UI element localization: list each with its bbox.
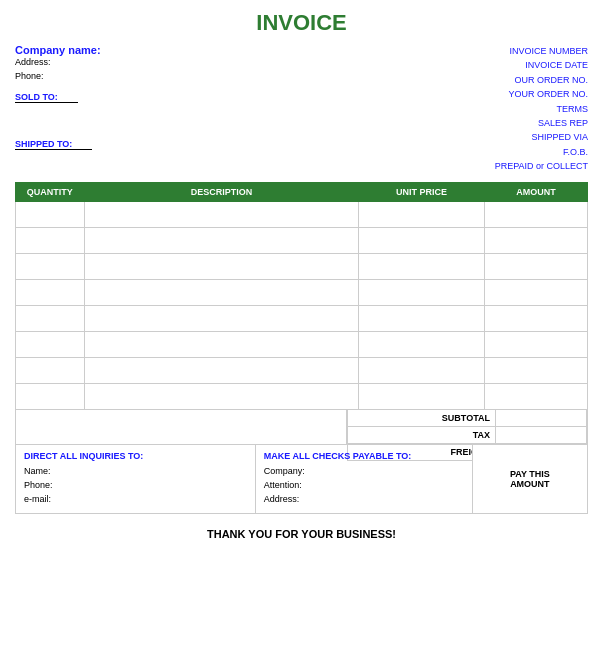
company-name-label: Company name: [15,44,330,56]
table-row [16,357,588,383]
invoice-number-label: INVOICE NUMBER [347,44,588,58]
inquiries-label: DIRECT ALL INQUIRIES TO: [24,451,247,461]
checks-block: MAKE ALL CHECKS PAYABLE TO: Company: Att… [256,445,473,513]
unit-price-header: UNIT PRICE [359,182,485,201]
quantity-cell [16,201,85,227]
subtotal-value [496,410,586,426]
quantity-cell [16,279,85,305]
sales-rep-label: SALES REP [347,116,588,130]
description-cell [84,305,359,331]
invoice-fields-block: INVOICE NUMBER INVOICE DATE OUR ORDER NO… [347,44,588,174]
quantity-cell [16,357,85,383]
quantity-cell [16,331,85,357]
table-row [16,253,588,279]
description-cell [84,383,359,409]
table-header-row: QUANTITY DESCRIPTION UNIT PRICE AMOUNT [16,182,588,201]
checks-label: MAKE ALL CHECKS PAYABLE TO: [264,451,464,461]
subtotal-row: SUBTOTAL [347,410,587,427]
description-cell [84,201,359,227]
quantity-cell [16,253,85,279]
your-order-no-label: YOUR ORDER NO. [347,87,588,101]
quantity-cell [16,305,85,331]
description-cell [84,253,359,279]
sold-to-section: SOLD TO: [15,91,330,133]
quantity-cell [16,383,85,409]
shipped-to-label: SHIPPED TO: [15,139,92,150]
amount-label: AMOUNT [510,479,550,489]
unit-price-cell [359,305,485,331]
table-row [16,201,588,227]
pay-this-label: PAY THIS [510,469,550,479]
inquiries-block: DIRECT ALL INQUIRIES TO: Name: Phone: e-… [16,445,256,513]
company-info-block: Company name: Address: Phone: SOLD TO: S… [15,44,330,174]
invoice-title: INVOICE [15,10,588,36]
table-row [16,331,588,357]
description-cell [84,331,359,357]
amount-cell [485,253,588,279]
thank-you-message: THANK YOU FOR YOUR BUSINESS! [15,522,588,546]
tax-value [496,427,586,443]
quantity-header: QUANTITY [16,182,85,201]
amount-cell [485,279,588,305]
prepaid-collect-label: PREPAID or COLLECT [347,159,588,173]
table-row [16,227,588,253]
unit-price-cell [359,279,485,305]
amount-cell [485,201,588,227]
terms-label: TERMS [347,102,588,116]
unit-price-cell [359,383,485,409]
shipped-via-label: SHIPPED VIA [347,130,588,144]
inquiries-name: Name: [24,464,247,478]
description-cell [84,227,359,253]
checks-attention: Attention: [264,478,464,492]
unit-price-cell [359,253,485,279]
summary-area: SUBTOTAL TAX FREIGHT [347,410,587,444]
description-cell [84,279,359,305]
address-label: Address: [15,56,330,70]
unit-price-cell [359,201,485,227]
unit-price-cell [359,357,485,383]
subtotal-label: SUBTOTAL [348,410,496,426]
sold-to-label: SOLD TO: [15,92,78,103]
invoice-table: QUANTITY DESCRIPTION UNIT PRICE AMOUNT [15,182,588,410]
amount-header: AMOUNT [485,182,588,201]
description-header: DESCRIPTION [84,182,359,201]
checks-company: Company: [264,464,464,478]
tax-row: TAX [347,427,587,444]
quantity-cell [16,227,85,253]
description-cell [84,357,359,383]
our-order-no-label: OUR ORDER NO. [347,73,588,87]
pay-amount-block: PAY THIS AMOUNT [473,445,587,513]
unit-price-cell [359,331,485,357]
amount-cell [485,383,588,409]
table-row [16,305,588,331]
phone-label: Phone: [15,70,330,84]
inquiries-email: e-mail: [24,492,247,506]
unit-price-cell [359,227,485,253]
checks-address: Address: [264,492,464,506]
amount-cell [485,227,588,253]
amount-cell [485,357,588,383]
tax-label: TAX [348,427,496,443]
notes-left [16,410,347,444]
bottom-section: DIRECT ALL INQUIRIES TO: Name: Phone: e-… [15,445,588,514]
invoice-date-label: INVOICE DATE [347,58,588,72]
notes-summary-area: SUBTOTAL TAX FREIGHT [15,410,588,445]
table-row [16,279,588,305]
amount-cell [485,305,588,331]
inquiries-phone: Phone: [24,478,247,492]
table-row [16,383,588,409]
fob-label: F.O.B. [347,145,588,159]
amount-cell [485,331,588,357]
